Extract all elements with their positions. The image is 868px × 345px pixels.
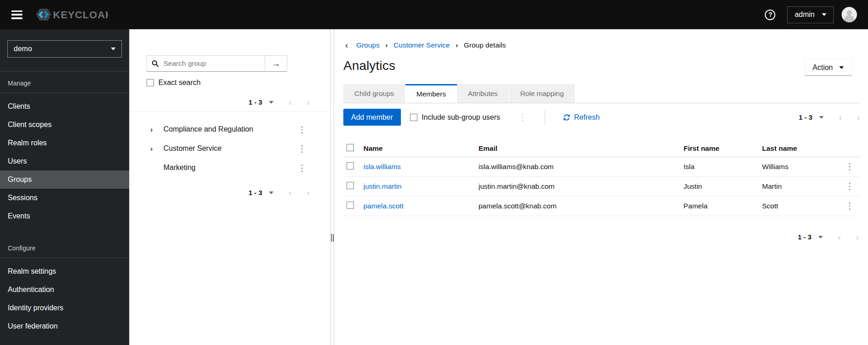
sidebar-item-realm-roles[interactable]: Realm roles <box>0 134 129 152</box>
member-name-link[interactable]: justin.martin <box>363 182 479 191</box>
chevron-right-icon[interactable]: › <box>150 145 157 153</box>
sidebar-item-authentication[interactable]: Authentication <box>0 281 129 299</box>
group-detail-tabs: Child groups Members Attributes Role map… <box>343 84 860 103</box>
sidebar-item-realm-settings[interactable]: Realm settings <box>0 262 129 281</box>
add-member-button[interactable]: Add member <box>343 109 401 126</box>
pagination-options-caret[interactable] <box>818 236 823 239</box>
chevron-right-icon[interactable]: › <box>150 126 157 133</box>
sidebar-item-groups[interactable]: Groups <box>0 170 129 189</box>
tab-members[interactable]: Members <box>405 84 457 103</box>
sidebar-item-identity-providers[interactable]: Identity providers <box>0 299 129 317</box>
breadcrumb-separator-icon: › <box>456 42 458 48</box>
sidebar-item-sessions[interactable]: Sessions <box>0 189 129 207</box>
members-pagination-bottom: 1 - 3 ‹ › <box>798 233 859 241</box>
member-first-name: Isla <box>684 163 762 171</box>
nav-list-manage: Clients Client scopes Realm roles Users … <box>0 93 129 225</box>
tree-pagination-bottom: 1 - 3 ‹ › <box>129 177 330 197</box>
column-header-first-name: First name <box>684 144 762 153</box>
kebab-menu-icon[interactable]: ⋮ <box>296 143 308 154</box>
members-toolbar: Add member Include sub-group users ⋮ Ref… <box>343 103 860 132</box>
avatar[interactable] <box>842 7 857 22</box>
member-last-name: Scott <box>762 202 840 210</box>
keycloak-logo-graphic: KEYCLOAK <box>32 8 108 21</box>
row-checkbox[interactable] <box>347 182 354 189</box>
row-checkbox[interactable] <box>347 202 354 209</box>
chevron-down-icon <box>111 48 116 50</box>
masthead-actions: ? admin <box>765 6 868 23</box>
drag-handle-icon[interactable] <box>331 234 334 242</box>
group-details-panel: ‹ Groups › Customer Service › Group deta… <box>334 29 868 345</box>
pagination-range: 1 - 3 <box>798 233 811 241</box>
breadcrumb-groups-link[interactable]: Groups <box>356 41 379 49</box>
pagination-range: 1 - 3 <box>248 189 262 196</box>
sidebar-item-clients[interactable]: Clients <box>0 97 129 116</box>
include-subgroups-checkbox[interactable] <box>410 114 417 121</box>
realm-selector-value: demo <box>14 45 32 53</box>
pagination-range: 1 - 3 <box>248 98 262 106</box>
masthead: KEYCLOAK ? admin <box>0 0 868 29</box>
prev-page-icon[interactable]: ‹ <box>289 188 291 197</box>
title-row: Analytics Action <box>343 58 860 76</box>
action-dropdown-label: Action <box>813 64 833 72</box>
refresh-button[interactable]: Refresh <box>563 113 600 122</box>
tree-item-compliance-and-regulation[interactable]: › Compliance and Regulation ⋮ <box>129 120 330 139</box>
kebab-menu-icon[interactable]: ⋮ <box>844 180 856 192</box>
back-icon[interactable]: ‹ <box>345 41 348 49</box>
search-group-input[interactable] <box>147 55 265 72</box>
member-name-link[interactable]: pamela.scott <box>363 202 479 210</box>
sidebar-item-client-scopes[interactable]: Client scopes <box>0 116 129 134</box>
help-icon[interactable]: ? <box>765 10 775 20</box>
exact-search-checkbox[interactable] <box>147 79 154 86</box>
exact-search-label: Exact search <box>158 79 200 87</box>
next-page-icon[interactable]: › <box>857 113 860 122</box>
refresh-icon <box>563 114 570 121</box>
avatar-icon <box>842 7 857 22</box>
tree-item-marketing[interactable]: Marketing ⋮ <box>129 158 330 177</box>
breadcrumb-customer-service-link[interactable]: Customer Service <box>394 41 450 49</box>
kebab-menu-icon[interactable]: ⋮ <box>844 161 856 172</box>
tab-role-mapping[interactable]: Role mapping <box>509 84 575 103</box>
nav-toggle-icon[interactable] <box>11 11 22 19</box>
kebab-menu-icon[interactable]: ⋮ <box>518 113 527 122</box>
tab-child-groups[interactable]: Child groups <box>343 84 405 103</box>
keycloak-admin-console: KEYCLOAK ? admin demo <box>0 0 868 345</box>
sidebar-item-users[interactable]: Users <box>0 152 129 170</box>
divider <box>545 109 545 125</box>
include-subgroups-label: Include sub-group users <box>422 113 500 122</box>
select-all-checkbox[interactable] <box>347 144 354 151</box>
prev-page-icon[interactable]: ‹ <box>289 98 291 106</box>
pagination-options-caret[interactable] <box>269 191 274 194</box>
chevron-down-icon <box>822 13 826 16</box>
tree-item-customer-service[interactable]: › Customer Service ⋮ <box>129 139 330 158</box>
search-icon <box>152 60 159 69</box>
kebab-menu-icon[interactable]: ⋮ <box>296 124 308 135</box>
kebab-menu-icon[interactable]: ⋮ <box>296 163 308 173</box>
tab-attributes[interactable]: Attributes <box>457 84 509 103</box>
tree-item-label: Marketing <box>163 164 195 172</box>
row-checkbox[interactable] <box>347 162 354 170</box>
next-page-icon[interactable]: › <box>856 233 859 241</box>
prev-page-icon[interactable]: ‹ <box>838 233 841 241</box>
user-menu-label: admin <box>794 11 815 19</box>
pagination-options-caret[interactable] <box>819 116 824 119</box>
user-menu-dropdown[interactable]: admin <box>787 6 834 23</box>
breadcrumb-current: Group details <box>464 41 506 49</box>
pagination-range: 1 - 3 <box>799 113 812 121</box>
members-table: Name Email First name Last name isla.wil… <box>343 140 860 216</box>
action-dropdown-button[interactable]: Action <box>805 59 852 76</box>
next-page-icon[interactable]: › <box>307 188 310 197</box>
sidebar-item-user-federation[interactable]: User federation <box>0 317 129 335</box>
prev-page-icon[interactable]: ‹ <box>839 113 842 122</box>
member-name-link[interactable]: isla.williams <box>363 163 479 171</box>
pagination-options-caret[interactable] <box>269 101 274 104</box>
panel-resize-splitter[interactable] <box>331 29 334 345</box>
exact-search-row: Exact search <box>147 78 313 87</box>
kebab-menu-icon[interactable]: ⋮ <box>844 200 856 212</box>
nav-section-manage: Manage <box>0 72 129 93</box>
sidebar-item-events[interactable]: Events <box>0 207 129 225</box>
search-submit-button[interactable]: → <box>265 55 287 72</box>
realm-selector[interactable]: demo <box>7 40 122 58</box>
table-row: isla.williams isla.williams@knab.com Isl… <box>343 157 860 177</box>
keycloak-logo: KEYCLOAK <box>32 8 108 21</box>
next-page-icon[interactable]: › <box>307 98 310 106</box>
